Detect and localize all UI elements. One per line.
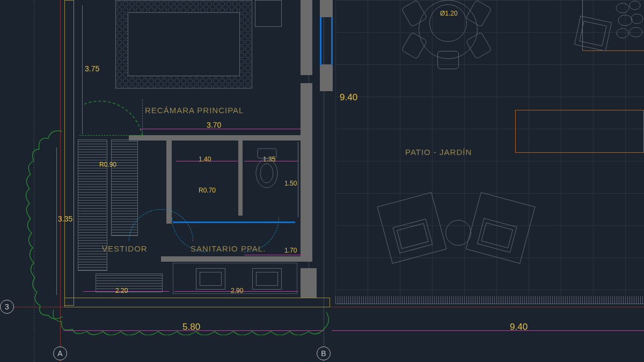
nightstand xyxy=(255,0,282,27)
closet-panel-2 xyxy=(111,139,138,236)
dim-1-35: 1.35 xyxy=(263,156,275,163)
dim-9-40-bottom: 9.40 xyxy=(510,322,528,333)
shrub-left xyxy=(24,129,75,322)
dim-2-90: 2.90 xyxy=(231,287,243,294)
svg-point-7 xyxy=(256,159,277,188)
window-line-1 xyxy=(320,17,321,65)
bed xyxy=(115,0,252,88)
dimline-1-50 xyxy=(298,142,298,217)
dimline-9-40-b xyxy=(332,330,644,331)
fence-pattern xyxy=(335,296,644,304)
dimline-3-35 xyxy=(56,147,57,295)
svg-point-0 xyxy=(616,3,629,13)
svg-point-3 xyxy=(631,14,643,24)
svg-point-4 xyxy=(617,28,628,38)
dimline-3-75 xyxy=(82,5,83,134)
dim-1-50: 1.50 xyxy=(284,180,297,187)
stone-path xyxy=(614,0,644,54)
wall-seg-10 xyxy=(320,64,333,91)
closet-panel-3 xyxy=(96,274,163,292)
wall-seg-3 xyxy=(129,135,312,141)
toilet xyxy=(252,147,282,190)
dim-9-40-right: 9.40 xyxy=(340,92,357,103)
dim-3-70: 3.70 xyxy=(207,121,221,129)
axis-bubble-b: B xyxy=(317,346,331,360)
side-table-round xyxy=(445,220,471,246)
cad-viewport[interactable]: RECÁMARA PRINCIPAL VESTIDOR SANITARIO PP… xyxy=(0,0,644,362)
dim-2-20: 2.20 xyxy=(115,287,128,294)
wall-seg-6 xyxy=(301,137,312,256)
label-patio: PATIO - JARDÍN xyxy=(405,147,472,157)
dim-1-70: 1.70 xyxy=(284,247,297,254)
dim-3-35: 3.35 xyxy=(58,215,72,223)
dim-1-40: 1.40 xyxy=(199,156,211,163)
door-arc-green xyxy=(80,94,150,137)
wall-seg-8 xyxy=(301,268,317,298)
label-recamara: RECÁMARA PRINCIPAL xyxy=(145,106,244,115)
fence-baseline xyxy=(335,304,644,304)
wall-seg-7 xyxy=(161,256,312,262)
axis-bubble-a: A xyxy=(53,346,67,360)
dim-r0-90: R0.90 xyxy=(99,161,116,168)
wall-seg-5 xyxy=(238,141,243,216)
axis-bubble-3: 3 xyxy=(0,300,14,314)
wall-seg-9 xyxy=(320,0,333,17)
window-line-2 xyxy=(331,17,333,65)
svg-point-1 xyxy=(630,1,640,10)
svg-point-5 xyxy=(630,27,642,37)
wall-seg-2 xyxy=(301,83,312,139)
door-arc-2 xyxy=(209,182,279,252)
dimline-1-70 xyxy=(244,255,303,255)
svg-point-2 xyxy=(618,15,632,26)
wall-seg-1 xyxy=(301,0,312,75)
dim-5-80: 5.80 xyxy=(182,322,200,333)
dim-3-75: 3.75 xyxy=(85,64,99,73)
svg-point-8 xyxy=(260,164,273,183)
dim-table-dia: Ø1.20 xyxy=(440,10,458,17)
dim-r0-70: R0.70 xyxy=(199,187,216,194)
label-sanitario: SANITARIO PPAL. xyxy=(191,244,266,253)
chair-5 xyxy=(437,51,459,69)
label-vestidor: VESTIDOR xyxy=(102,244,148,253)
planter-outline xyxy=(515,110,644,153)
